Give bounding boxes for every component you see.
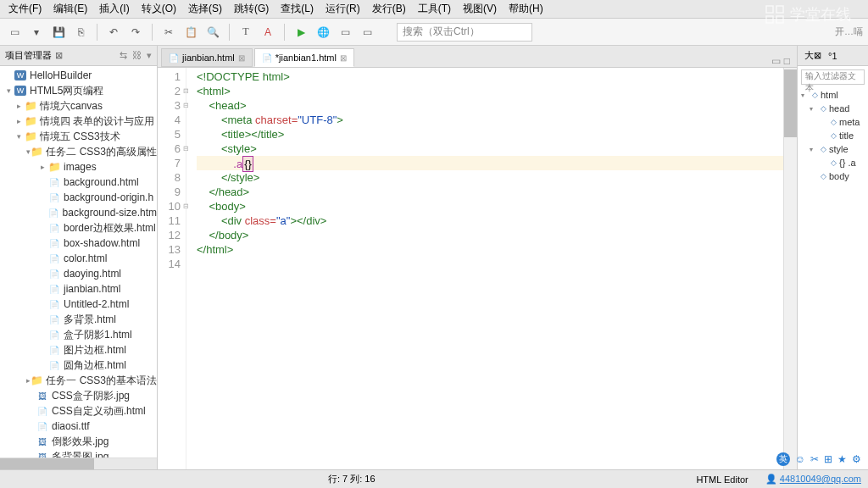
font-icon[interactable]: A (259, 23, 277, 42)
tree-item[interactable]: 📄圆角边框.html (0, 358, 157, 373)
tree-item[interactable]: 📄Untitled-2.html (0, 297, 157, 312)
menu-icon[interactable]: ▾ (147, 50, 152, 61)
paste-icon[interactable]: 📋 (181, 23, 200, 42)
outline-tabs[interactable]: 大⊠°1 (798, 46, 868, 66)
tree-item[interactable]: 📄CSS自定义动画.html (0, 403, 157, 419)
menu-item[interactable]: 帮助(H) (504, 0, 548, 18)
menu-item[interactable]: 工具(T) (413, 0, 456, 18)
close-icon[interactable]: ⊠ (55, 50, 63, 61)
outline-item[interactable]: ◇body (801, 169, 865, 183)
preview-icon[interactable]: ▭ (336, 23, 354, 42)
svg-rect-1 (776, 6, 783, 13)
new-icon[interactable]: ▭ (5, 23, 24, 42)
tree-item[interactable]: 📄daoying.html (0, 266, 157, 281)
menu-item[interactable]: 视图(V) (458, 0, 502, 18)
search-input[interactable]: 搜索（双击Ctrl） (397, 23, 532, 42)
tree-item[interactable]: 📄box-shadow.html (0, 236, 157, 251)
outline-item[interactable]: ◇meta (801, 115, 865, 129)
menubar: 文件(F)编辑(E)插入(I)转义(O)选择(S)跳转(G)查找(L)运行(R)… (0, 0, 868, 19)
device-icon[interactable]: ▭ (358, 23, 376, 42)
ime-toolbar[interactable]: 英 ☺ ✂ ⊞ ★ ⚙ (776, 452, 861, 466)
undo-icon[interactable]: ↶ (104, 23, 123, 42)
watermark-logo: 学堂在线 (765, 4, 851, 25)
editor-tab[interactable]: 📄jianbian.html⊠ (161, 48, 253, 67)
close-icon[interactable]: ⊠ (238, 53, 245, 63)
editor-tabs: 📄jianbian.html⊠📄*jianbian1.html⊠ ▭ □ (158, 46, 797, 68)
account-link[interactable]: 👤 44810049@qq.com (765, 474, 861, 485)
cursor-position: 行: 7 列: 16 (328, 473, 376, 485)
ime-badge: 英 (776, 452, 790, 466)
tree-item[interactable]: ▾📁任务二 CSS3的高级属性 (0, 144, 157, 159)
save-icon[interactable]: 💾 (49, 23, 68, 42)
tree-item[interactable]: ▾📁情境五 CSS3技术 (0, 129, 157, 144)
tree-item[interactable]: 📄background.html (0, 175, 157, 190)
browser-icon[interactable]: 🌐 (314, 23, 332, 42)
menu-item[interactable]: 文件(F) (3, 0, 47, 18)
tree-item[interactable]: 📄多背景.html (0, 312, 157, 327)
outline-item[interactable]: ◇{} .a (801, 156, 865, 169)
tree-item[interactable]: 📄background-size.htm (0, 205, 157, 220)
tree-item[interactable]: ▸📁任务一 CSS3的基本语法 (0, 373, 157, 388)
editor-tab[interactable]: 📄*jianbian1.html⊠ (254, 48, 354, 67)
star-icon: ★ (837, 453, 847, 465)
minimize-icon[interactable]: ▭ (771, 55, 781, 67)
outline-filter-input[interactable]: 输入过滤器文本 (801, 69, 865, 85)
menu-item[interactable]: 查找(L) (275, 0, 319, 18)
tree-item[interactable]: ▸📁情境六canvas (0, 98, 157, 114)
menu-item[interactable]: 跳转(G) (229, 0, 274, 18)
collapse-icon[interactable]: ⇆ (120, 50, 127, 61)
outline-panel: 大⊠°1 输入过滤器文本 ▾◇html▾◇head◇meta◇title▾◇st… (797, 46, 868, 469)
tree-item[interactable]: 📄background-origin.h (0, 190, 157, 205)
sidebar: 项目管理器 ⊠ ⇆ ⛓ ▾ WHelloHBuilder▾WHTML5网页编程▸… (0, 46, 158, 469)
outline-item[interactable]: ▾◇head (801, 102, 865, 115)
open-icon[interactable]: ▾ (27, 23, 46, 42)
outline-item[interactable]: ▾◇style (801, 142, 865, 156)
sidebar-header: 项目管理器 ⊠ ⇆ ⛓ ▾ (0, 46, 157, 66)
menu-item[interactable]: 发行(B) (367, 0, 411, 18)
sidebar-title: 项目管理器 (5, 49, 52, 62)
corner-title: 开…嗝 (835, 25, 863, 38)
svg-rect-2 (766, 16, 773, 23)
redo-icon[interactable]: ↷ (126, 23, 145, 42)
copy-icon[interactable]: 🔍 (203, 23, 222, 42)
tree-item[interactable]: ▸📁情境四 表单的设计与应用 (0, 114, 157, 129)
text-icon[interactable]: T (236, 23, 255, 42)
save-all-icon[interactable]: ⎘ (71, 23, 90, 42)
scrollbar-vertical[interactable] (783, 68, 797, 469)
tree-item[interactable]: 📄diaosi.ttf (0, 419, 157, 434)
link-icon[interactable]: ⛓ (132, 50, 142, 61)
tree-item[interactable]: ▾WHTML5网页编程 (0, 83, 157, 98)
editor-mode: HTML Editor (696, 474, 748, 485)
menu-item[interactable]: 选择(S) (183, 0, 227, 18)
tree-item[interactable]: 🖼倒影效果.jpg (0, 434, 157, 449)
tree-item[interactable]: 📄jianbian.html (0, 281, 157, 297)
menu-item[interactable]: 插入(I) (94, 0, 134, 18)
tree-item[interactable]: 📄盒子阴影1.html (0, 327, 157, 342)
menu-item[interactable]: 运行(R) (320, 0, 365, 18)
statusbar: 行: 7 列: 16 HTML Editor 👤 44810049@qq.com (0, 469, 868, 488)
project-tree[interactable]: WHelloHBuilder▾WHTML5网页编程▸📁情境六canvas▸📁情境… (0, 66, 157, 458)
scrollbar-horizontal[interactable] (0, 458, 157, 469)
line-gutter: 1234567891011121314 (158, 68, 186, 469)
toolbar: ▭ ▾ 💾 ⎘ ↶ ↷ ✂ 📋 🔍 T A ▶ 🌐 ▭ ▭ 搜索（双击Ctrl）… (0, 19, 868, 46)
grid-icon: ⊞ (824, 453, 832, 465)
menu-item[interactable]: 编辑(E) (48, 0, 92, 18)
menu-item[interactable]: 转义(O) (136, 0, 181, 18)
tree-item[interactable]: 🖼多背景图.jpg (0, 449, 157, 458)
tree-item[interactable]: 🖼CSS盒子阴影.jpg (0, 388, 157, 403)
tree-item[interactable]: 📄图片边框.html (0, 342, 157, 358)
scissors-icon: ✂ (810, 453, 819, 465)
editor-area: 📄jianbian.html⊠📄*jianbian1.html⊠ ▭ □ 123… (158, 46, 797, 469)
tree-item[interactable]: 📄border边框效果.html (0, 220, 157, 236)
tree-item[interactable]: 📄color.html (0, 251, 157, 266)
maximize-icon[interactable]: □ (784, 55, 790, 67)
gear-icon: ⚙ (852, 453, 861, 465)
outline-item[interactable]: ◇title (801, 129, 865, 142)
code-editor[interactable]: <!DOCTYPE html> <html> <head> <meta char… (186, 68, 783, 469)
close-icon[interactable]: ⊠ (340, 53, 347, 63)
svg-rect-0 (766, 6, 773, 13)
run-icon[interactable]: ▶ (292, 23, 310, 42)
cut-icon[interactable]: ✂ (159, 23, 178, 42)
tree-item[interactable]: WHelloHBuilder (0, 68, 157, 83)
tree-item[interactable]: ▸📁images (0, 159, 157, 175)
